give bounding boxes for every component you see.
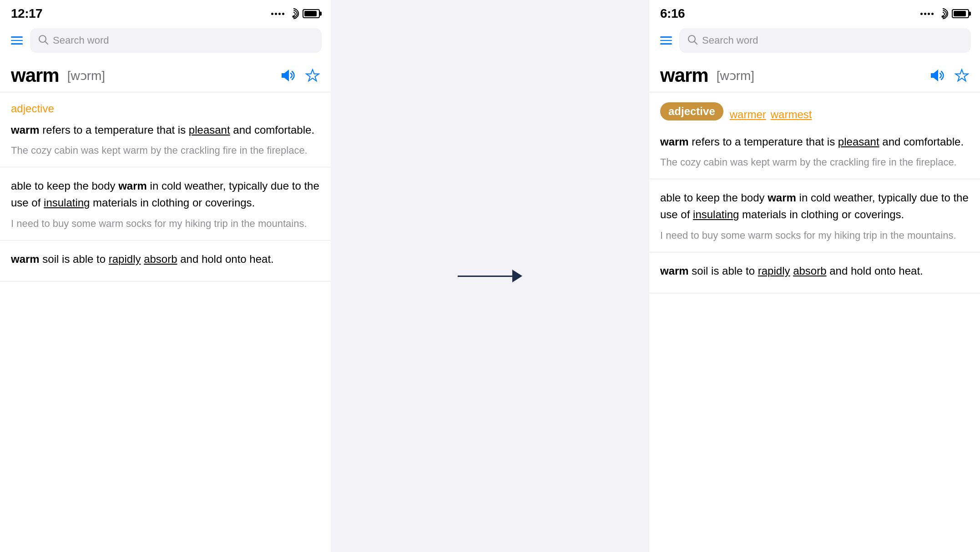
- word-phonetic-left: [wɔrm]: [67, 68, 105, 83]
- hamburger-menu-left[interactable]: [9, 35, 25, 46]
- battery-icon-right: [952, 9, 969, 18]
- battery-icon-left: [303, 9, 320, 18]
- related-word-warmer[interactable]: warmer: [730, 108, 766, 121]
- search-bar-right[interactable]: Search word: [679, 28, 971, 53]
- def-example-right-1: The cozy cabin was kept warm by the crac…: [660, 155, 969, 170]
- definition-block-right-2: able to keep the body warm in cold weath…: [649, 179, 980, 252]
- def-main-left-2: able to keep the body warm in cold weath…: [11, 177, 320, 211]
- time-right: 6:16: [660, 6, 685, 21]
- wifi-icon-left: [288, 10, 299, 18]
- content-area-left[interactable]: adjective warm refers to a temperature t…: [0, 92, 331, 552]
- arrow-divider: [331, 0, 649, 552]
- arrow-head: [512, 270, 522, 282]
- def-main-right-2: able to keep the body warm in cold weath…: [660, 189, 969, 223]
- def-example-left-2: I need to buy some warm socks for my hik…: [11, 216, 320, 231]
- search-input-right[interactable]: Search word: [702, 35, 758, 46]
- svg-line-1: [45, 42, 48, 45]
- pos-related-links-right: warmer warmest: [730, 108, 812, 121]
- def-main-right-3: warm soil is able to rapidly absorb and …: [660, 262, 969, 279]
- time-left: 12:17: [11, 6, 42, 21]
- svg-line-4: [695, 42, 697, 45]
- definition-block-right-1: adjective warmer warmest warm refers to …: [649, 92, 980, 179]
- wifi-icon-right: [937, 10, 948, 18]
- word-title-right: warm: [660, 65, 708, 86]
- def-example-left-1: The cozy cabin was kept warm by the crac…: [11, 143, 320, 158]
- arrow-shape: [458, 270, 522, 282]
- definition-block-left-2: able to keep the body warm in cold weath…: [0, 167, 331, 240]
- search-bar-left[interactable]: Search word: [30, 28, 322, 53]
- word-header-right: warm [wɔrm]: [649, 58, 980, 92]
- definition-block-right-3: warm soil is able to rapidly absorb and …: [649, 252, 980, 293]
- speaker-button-left[interactable]: [281, 69, 297, 82]
- def-example-right-2: I need to buy some warm socks for my hik…: [660, 228, 969, 243]
- pos-row-right-1: adjective warmer warmest: [660, 102, 969, 127]
- arrow-line: [458, 276, 512, 277]
- status-bar-right: 6:16: [649, 0, 980, 25]
- def-main-left-1: warm refers to a temperature that is ple…: [11, 121, 320, 138]
- definition-block-left-1: adjective warm refers to a temperature t…: [0, 92, 331, 167]
- pos-pill-right: adjective: [660, 102, 723, 120]
- related-word-warmest[interactable]: warmest: [771, 108, 812, 121]
- status-icons-right: [920, 9, 969, 18]
- word-header-icons-right: [930, 68, 969, 83]
- search-bar-wrap-right: Search word: [649, 25, 980, 58]
- pos-tag-left-1: adjective: [11, 102, 320, 115]
- hamburger-menu-right[interactable]: [658, 35, 674, 46]
- status-icons-left: [271, 9, 320, 18]
- word-phonetic-right: [wɔrm]: [717, 68, 754, 83]
- search-input-left[interactable]: Search word: [53, 35, 109, 46]
- word-header-icons-left: [281, 68, 320, 83]
- search-icon-right: [687, 35, 697, 46]
- search-icon-left: [38, 35, 48, 46]
- content-area-right[interactable]: adjective warmer warmest warm refers to …: [649, 92, 980, 552]
- def-main-left-3: warm soil is able to rapidly absorb and …: [11, 251, 320, 267]
- signal-icon-right: [920, 13, 934, 15]
- status-bar-left: 12:17: [0, 0, 331, 25]
- signal-icon-left: [271, 13, 284, 15]
- battery-fill-left: [304, 11, 317, 16]
- def-main-right-1: warm refers to a temperature that is ple…: [660, 133, 969, 150]
- search-bar-wrap-left: Search word: [0, 25, 331, 58]
- favorite-button-left[interactable]: [305, 68, 320, 83]
- word-header-left: warm [wɔrm]: [0, 58, 331, 92]
- right-panel: 6:16 Search: [649, 0, 980, 552]
- speaker-button-right[interactable]: [930, 69, 946, 82]
- battery-fill-right: [954, 11, 966, 16]
- svg-marker-2: [282, 70, 289, 81]
- left-panel: 12:17 Searc: [0, 0, 331, 552]
- favorite-button-right[interactable]: [955, 68, 969, 83]
- definition-block-left-3: warm soil is able to rapidly absorb and …: [0, 241, 331, 281]
- word-title-left: warm: [11, 65, 59, 86]
- svg-marker-5: [931, 70, 938, 81]
